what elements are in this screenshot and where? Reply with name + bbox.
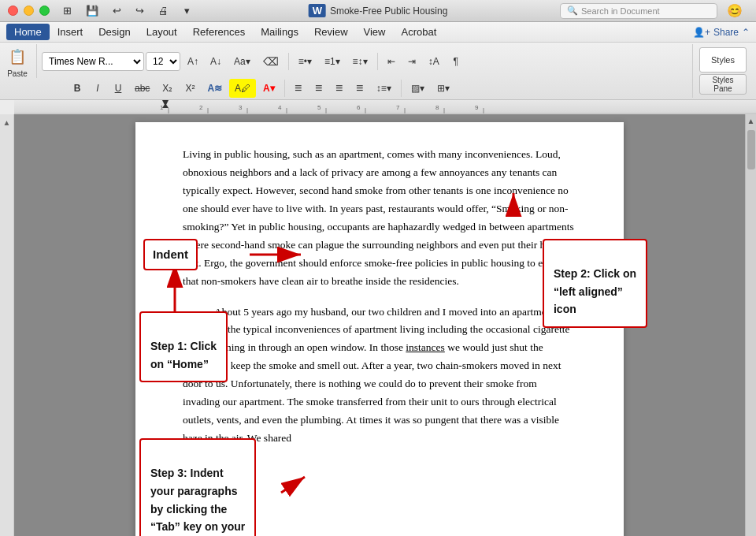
redo-icon[interactable]: ↪ [130,2,150,20]
svg-text:8: 8 [435,104,439,111]
search-box[interactable]: 🔍 Search in Document [560,3,717,19]
justify-button[interactable]: ≡ [350,79,369,98]
align-right-button[interactable]: ≡ [330,79,349,98]
separator-4 [401,80,402,97]
scroll-thumb[interactable] [747,130,755,169]
more-icon[interactable]: ▾ [177,2,196,20]
menubar: Home Insert Design Layout References Mai… [0,22,756,43]
svg-text:3: 3 [239,104,243,111]
sidebar-toggle-icon[interactable]: ⊞ [57,2,77,20]
styles-button[interactable]: Styles [699,47,747,73]
bullet-list-icon[interactable]: ≡•▾ [293,52,317,71]
document-title: Smoke-Free Public Housing [330,6,447,17]
text-effects-icon[interactable]: A≋ [202,79,228,98]
user-icon[interactable]: 😊 [721,2,748,20]
search-icon: 🔍 [567,6,578,16]
share-icon: 👤+ [693,27,710,38]
close-button[interactable] [8,6,18,16]
multilevel-list-icon[interactable]: ≡↕▾ [347,52,373,71]
shading-icon[interactable]: ▨▾ [406,79,430,98]
superscript-button[interactable]: X² [180,79,200,98]
print-icon[interactable]: 🖨 [153,2,174,20]
menu-references[interactable]: References [185,24,253,40]
bold-button[interactable]: B [68,79,87,98]
ruler: 1 2 3 4 5 6 7 8 9 [14,100,756,114]
change-case-icon[interactable]: Aa▾ [228,52,256,71]
strikethrough-button[interactable]: abc [129,79,155,98]
titlebar: ⊞ 💾 ↩ ↪ 🖨 ▾ W Smoke-Free Public Housing … [0,0,756,22]
menu-insert[interactable]: Insert [50,24,91,40]
font-name-select[interactable]: Times New R... [42,52,144,71]
menu-design[interactable]: Design [91,24,138,40]
styles-panel: Styles Styles Pane [692,44,753,98]
text-highlight-icon[interactable]: A🖊 [229,79,256,98]
step2-text: Step 2: Click on “left aligned” icon [554,267,636,316]
svg-text:7: 7 [396,104,400,111]
menu-view[interactable]: View [356,24,394,40]
subscript-button[interactable]: X₂ [157,79,178,98]
font-size-controls: A↑ A↓ [182,52,227,71]
align-left-button[interactable]: ≡ [289,79,308,98]
left-sidebar: ▲ [0,114,14,536]
document-page: Living in public housing, such as an apa… [135,122,624,536]
decrease-indent-icon[interactable]: ⇤ [382,52,401,71]
svg-text:9: 9 [475,104,479,111]
svg-text:2: 2 [199,104,203,111]
paragraph-1: Living in public housing, such as an apa… [183,146,576,291]
svg-text:5: 5 [317,104,321,111]
toolbar-row-2: B I U abc X₂ X² A≋ A🖊 A▾ ≡ ≡ ≡ ≡ ↕≡▾ ▨▾ … [3,79,692,98]
underline-button[interactable]: U [109,79,128,98]
step1-annotation: Step 1: Click on “Home” [139,311,228,382]
scroll-up-arrow[interactable]: ▲ [747,117,755,125]
share-button[interactable]: 👤+ Share ⌃ [693,27,750,38]
share-label: Share [713,27,739,38]
increase-indent-icon[interactable]: ⇥ [402,52,421,71]
show-marks-icon[interactable]: ¶ [447,52,465,71]
styles-label: Styles [711,55,735,65]
clear-format-icon[interactable]: ⌫ [258,52,284,71]
step3-annotation: Step 3: Indent your paragraphs by clicki… [139,438,256,536]
menu-review[interactable]: Review [306,24,356,40]
separator-2 [377,53,378,70]
window-controls [8,6,50,16]
line-spacing-icon[interactable]: ↕≡▾ [371,79,397,98]
undo-icon[interactable]: ↩ [107,2,127,20]
share-chevron-icon: ⌃ [742,27,750,38]
italic-button[interactable]: I [88,79,107,98]
decrease-font-icon[interactable]: A↓ [205,52,227,71]
save-icon[interactable]: 💾 [80,2,104,20]
svg-line-25 [281,477,305,493]
minimize-button[interactable] [24,6,34,16]
right-scrollbar[interactable]: ▲ ▼ [745,114,756,536]
numbered-list-icon[interactable]: ≡1▾ [319,52,346,71]
search-placeholder: Search in Document [581,6,660,16]
indent-annotation: Indent [143,239,198,270]
svg-text:6: 6 [357,104,361,111]
paragraph-2: About 5 years ago my husband, our two ch… [183,303,576,449]
left-scroll-up[interactable]: ▲ [3,118,11,127]
menu-home[interactable]: Home [6,24,50,40]
sort-icon[interactable]: ↕A [423,52,445,71]
menu-acrobat[interactable]: Acrobat [393,24,444,40]
step2-annotation: Step 2: Click on “left aligned” icon [543,239,647,328]
align-center-button[interactable]: ≡ [309,79,328,98]
separator-1 [288,53,289,70]
increase-font-icon[interactable]: A↑ [182,52,204,71]
styles-pane-label: Styles Pane [705,76,741,93]
window-title: W Smoke-Free Public Housing [309,4,448,17]
toolbar-main: 📋 Paste Times New R... 12 A↑ A↓ Aa▾ ⌫ ≡•… [3,44,692,98]
maximize-button[interactable] [39,6,50,16]
styles-pane-button[interactable]: Styles Pane [699,74,747,95]
paste-button[interactable]: 📋 [3,44,32,69]
menu-mailings[interactable]: Mailings [253,24,306,40]
font-color-icon[interactable]: A▾ [258,79,280,98]
separator-3 [284,80,285,97]
step3-text: Step 3: Indent your paragraphs by clicki… [150,467,245,536]
font-size-select[interactable]: 12 [146,52,180,71]
borders-icon[interactable]: ⊞▾ [432,79,455,98]
toolbar: 📋 Paste Times New R... 12 A↑ A↓ Aa▾ ⌫ ≡•… [0,43,756,100]
underline-instances: instances [406,341,445,353]
toolbar-row-1: 📋 Paste Times New R... 12 A↑ A↓ Aa▾ ⌫ ≡•… [3,44,692,78]
svg-text:4: 4 [278,104,282,111]
menu-layout[interactable]: Layout [139,24,185,40]
